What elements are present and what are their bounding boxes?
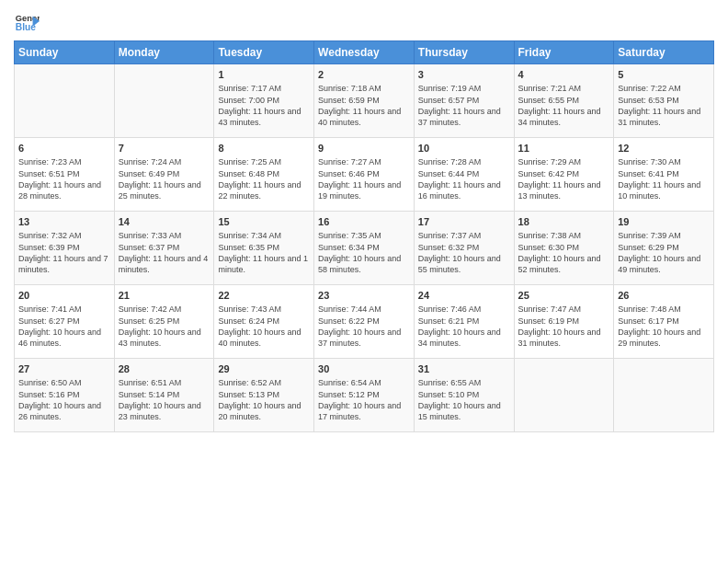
- day-number: 15: [218, 215, 310, 229]
- day-info: Sunrise: 6:51 AM Sunset: 5:14 PM Dayligh…: [119, 377, 210, 422]
- day-number: 1: [218, 68, 310, 82]
- calendar-cell: 6Sunrise: 7:23 AM Sunset: 6:51 PM Daylig…: [15, 138, 115, 212]
- day-info: Sunrise: 7:38 AM Sunset: 6:30 PM Dayligh…: [518, 230, 610, 275]
- day-info: Sunrise: 7:44 AM Sunset: 6:22 PM Dayligh…: [318, 304, 410, 349]
- calendar-cell: 11Sunrise: 7:29 AM Sunset: 6:42 PM Dayli…: [514, 138, 614, 212]
- day-number: 21: [119, 289, 210, 303]
- day-info: Sunrise: 6:50 AM Sunset: 5:16 PM Dayligh…: [18, 377, 110, 422]
- calendar-cell: 10Sunrise: 7:28 AM Sunset: 6:44 PM Dayli…: [414, 138, 514, 212]
- calendar-cell: [114, 64, 214, 138]
- day-info: Sunrise: 7:43 AM Sunset: 6:24 PM Dayligh…: [218, 304, 310, 349]
- day-info: Sunrise: 7:41 AM Sunset: 6:27 PM Dayligh…: [18, 304, 110, 349]
- calendar-cell: 29Sunrise: 6:52 AM Sunset: 5:13 PM Dayli…: [214, 359, 314, 432]
- day-number: 9: [318, 142, 410, 155]
- calendar-cell: 20Sunrise: 7:41 AM Sunset: 6:27 PM Dayli…: [15, 285, 115, 359]
- col-header-monday: Monday: [114, 41, 214, 64]
- day-info: Sunrise: 7:24 AM Sunset: 6:49 PM Dayligh…: [119, 156, 210, 201]
- day-info: Sunrise: 6:55 AM Sunset: 5:10 PM Dayligh…: [418, 377, 510, 422]
- col-header-friday: Friday: [514, 41, 614, 64]
- calendar-cell: 22Sunrise: 7:43 AM Sunset: 6:24 PM Dayli…: [214, 285, 314, 359]
- day-number: 31: [418, 362, 510, 376]
- calendar-cell: 16Sunrise: 7:35 AM Sunset: 6:34 PM Dayli…: [314, 212, 415, 285]
- day-info: Sunrise: 7:37 AM Sunset: 6:32 PM Dayligh…: [418, 230, 510, 275]
- calendar-cell: 1Sunrise: 7:17 AM Sunset: 7:00 PM Daylig…: [214, 64, 314, 138]
- day-number: 23: [318, 289, 410, 303]
- col-header-thursday: Thursday: [414, 41, 514, 64]
- col-header-tuesday: Tuesday: [214, 41, 314, 64]
- day-number: 24: [418, 289, 510, 303]
- day-info: Sunrise: 7:46 AM Sunset: 6:21 PM Dayligh…: [418, 304, 510, 349]
- calendar-cell: 24Sunrise: 7:46 AM Sunset: 6:21 PM Dayli…: [414, 285, 514, 359]
- calendar-cell: 5Sunrise: 7:22 AM Sunset: 6:53 PM Daylig…: [614, 64, 714, 138]
- calendar-cell: 26Sunrise: 7:48 AM Sunset: 6:17 PM Dayli…: [614, 285, 714, 359]
- calendar-cell: 17Sunrise: 7:37 AM Sunset: 6:32 PM Dayli…: [414, 212, 514, 285]
- day-number: 19: [618, 215, 710, 229]
- calendar-cell: 3Sunrise: 7:19 AM Sunset: 6:57 PM Daylig…: [414, 64, 514, 138]
- day-info: Sunrise: 7:47 AM Sunset: 6:19 PM Dayligh…: [518, 304, 610, 349]
- calendar-cell: 18Sunrise: 7:38 AM Sunset: 6:30 PM Dayli…: [514, 212, 614, 285]
- calendar-cell: 14Sunrise: 7:33 AM Sunset: 6:37 PM Dayli…: [114, 212, 214, 285]
- day-number: 2: [318, 68, 410, 82]
- day-number: 10: [418, 142, 510, 155]
- calendar-cell: 4Sunrise: 7:21 AM Sunset: 6:55 PM Daylig…: [514, 64, 614, 138]
- day-number: 20: [18, 289, 110, 303]
- day-number: 7: [119, 142, 210, 155]
- day-info: Sunrise: 7:30 AM Sunset: 6:41 PM Dayligh…: [618, 156, 710, 201]
- calendar-cell: 13Sunrise: 7:32 AM Sunset: 6:39 PM Dayli…: [15, 212, 115, 285]
- calendar-header-row: SundayMondayTuesdayWednesdayThursdayFrid…: [15, 41, 714, 64]
- calendar-cell: 23Sunrise: 7:44 AM Sunset: 6:22 PM Dayli…: [314, 285, 415, 359]
- day-info: Sunrise: 7:28 AM Sunset: 6:44 PM Dayligh…: [418, 156, 510, 201]
- day-info: Sunrise: 7:18 AM Sunset: 6:59 PM Dayligh…: [318, 83, 410, 128]
- day-number: 12: [618, 142, 710, 155]
- day-number: 25: [518, 289, 610, 303]
- day-number: 27: [18, 362, 110, 376]
- day-number: 14: [119, 215, 210, 229]
- calendar-week-5: 27Sunrise: 6:50 AM Sunset: 5:16 PM Dayli…: [15, 359, 714, 432]
- calendar-cell: [614, 359, 714, 432]
- day-info: Sunrise: 7:19 AM Sunset: 6:57 PM Dayligh…: [418, 83, 510, 128]
- calendar-cell: 8Sunrise: 7:25 AM Sunset: 6:48 PM Daylig…: [214, 138, 314, 212]
- day-number: 22: [218, 289, 310, 303]
- header: General Blue: [14, 9, 714, 35]
- day-info: Sunrise: 7:34 AM Sunset: 6:35 PM Dayligh…: [218, 230, 310, 275]
- day-info: Sunrise: 7:29 AM Sunset: 6:42 PM Dayligh…: [518, 156, 610, 201]
- day-number: 4: [518, 68, 610, 82]
- day-info: Sunrise: 7:42 AM Sunset: 6:25 PM Dayligh…: [119, 304, 210, 349]
- calendar-cell: 7Sunrise: 7:24 AM Sunset: 6:49 PM Daylig…: [114, 138, 214, 212]
- col-header-saturday: Saturday: [614, 41, 714, 64]
- day-info: Sunrise: 7:25 AM Sunset: 6:48 PM Dayligh…: [218, 156, 310, 201]
- calendar-cell: 21Sunrise: 7:42 AM Sunset: 6:25 PM Dayli…: [114, 285, 214, 359]
- day-info: Sunrise: 7:48 AM Sunset: 6:17 PM Dayligh…: [618, 304, 710, 349]
- day-number: 17: [418, 215, 510, 229]
- calendar-table: SundayMondayTuesdayWednesdayThursdayFrid…: [14, 40, 714, 432]
- day-number: 28: [119, 362, 210, 376]
- calendar-cell: 12Sunrise: 7:30 AM Sunset: 6:41 PM Dayli…: [614, 138, 714, 212]
- page: General Blue SundayMondayTuesdayWednesda…: [0, 0, 728, 442]
- calendar-cell: [15, 64, 115, 138]
- logo: General Blue: [14, 9, 40, 35]
- calendar-cell: 28Sunrise: 6:51 AM Sunset: 5:14 PM Dayli…: [114, 359, 214, 432]
- calendar-cell: [514, 359, 614, 432]
- calendar-week-1: 1Sunrise: 7:17 AM Sunset: 7:00 PM Daylig…: [15, 64, 714, 138]
- calendar-cell: 25Sunrise: 7:47 AM Sunset: 6:19 PM Dayli…: [514, 285, 614, 359]
- day-info: Sunrise: 7:32 AM Sunset: 6:39 PM Dayligh…: [18, 230, 110, 275]
- day-info: Sunrise: 7:33 AM Sunset: 6:37 PM Dayligh…: [119, 230, 210, 275]
- day-number: 18: [518, 215, 610, 229]
- day-number: 8: [218, 142, 310, 155]
- col-header-sunday: Sunday: [15, 41, 115, 64]
- calendar-cell: 30Sunrise: 6:54 AM Sunset: 5:12 PM Dayli…: [314, 359, 415, 432]
- day-info: Sunrise: 7:27 AM Sunset: 6:46 PM Dayligh…: [318, 156, 410, 201]
- calendar-cell: 2Sunrise: 7:18 AM Sunset: 6:59 PM Daylig…: [314, 64, 415, 138]
- calendar-week-2: 6Sunrise: 7:23 AM Sunset: 6:51 PM Daylig…: [15, 138, 714, 212]
- calendar-cell: 27Sunrise: 6:50 AM Sunset: 5:16 PM Dayli…: [15, 359, 115, 432]
- day-info: Sunrise: 7:23 AM Sunset: 6:51 PM Dayligh…: [18, 156, 110, 201]
- day-number: 5: [618, 68, 710, 82]
- calendar-cell: 9Sunrise: 7:27 AM Sunset: 6:46 PM Daylig…: [314, 138, 415, 212]
- calendar-week-4: 20Sunrise: 7:41 AM Sunset: 6:27 PM Dayli…: [15, 285, 714, 359]
- day-info: Sunrise: 7:35 AM Sunset: 6:34 PM Dayligh…: [318, 230, 410, 275]
- col-header-wednesday: Wednesday: [314, 41, 415, 64]
- day-number: 26: [618, 289, 710, 303]
- day-number: 6: [18, 142, 110, 155]
- day-info: Sunrise: 6:52 AM Sunset: 5:13 PM Dayligh…: [218, 377, 310, 422]
- day-info: Sunrise: 6:54 AM Sunset: 5:12 PM Dayligh…: [318, 377, 410, 422]
